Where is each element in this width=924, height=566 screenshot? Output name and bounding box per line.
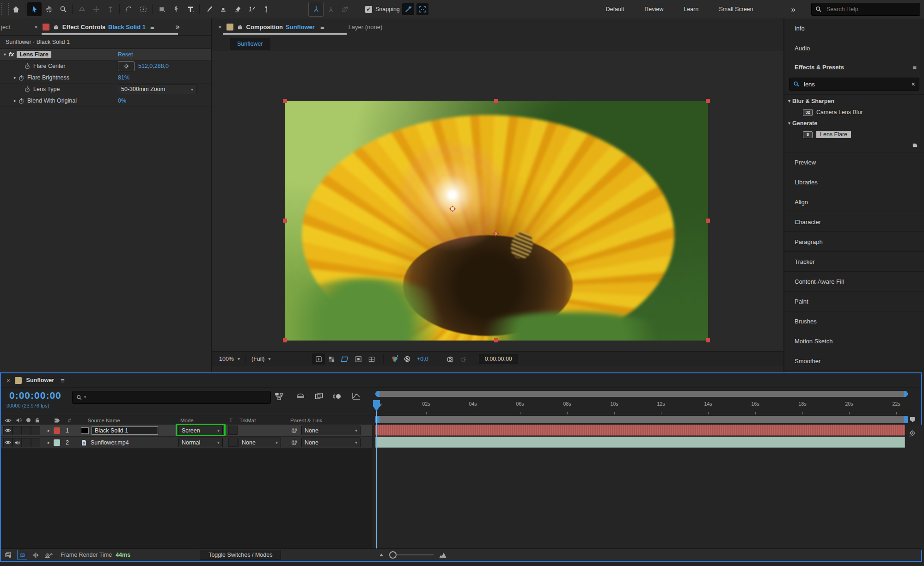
panel-tab-align[interactable]: Align bbox=[784, 192, 924, 212]
current-timecode[interactable]: 0:00:00:00 bbox=[9, 390, 61, 401]
property-label[interactable]: Blend With Original bbox=[27, 97, 77, 104]
layer-list-empty[interactable] bbox=[1, 449, 372, 550]
video-switch[interactable] bbox=[3, 426, 12, 435]
audio-switch[interactable] bbox=[12, 438, 22, 447]
zoom-dropdown[interactable]: 100%▾ bbox=[219, 356, 240, 362]
brush-tool[interactable] bbox=[202, 2, 216, 16]
stopwatch-icon[interactable] bbox=[18, 74, 24, 81]
zoom-in-mountain-icon[interactable] bbox=[438, 552, 447, 558]
comp-button-icon[interactable] bbox=[908, 430, 916, 437]
frame-blending-icon[interactable] bbox=[314, 392, 324, 401]
lock-icon[interactable] bbox=[53, 24, 59, 30]
expand-chevron-icon[interactable]: ▸ bbox=[14, 75, 16, 80]
column-trkmat[interactable]: TrkMat bbox=[239, 418, 256, 423]
view-options-icon[interactable] bbox=[365, 353, 379, 365]
parent-dropdown[interactable]: None▾ bbox=[301, 438, 361, 447]
comp-marker-bin-icon[interactable] bbox=[909, 416, 917, 423]
layer-label-chip[interactable] bbox=[54, 427, 60, 434]
property-label[interactable]: Flare Center bbox=[33, 63, 65, 69]
selection-tool[interactable] bbox=[27, 2, 42, 16]
column-t[interactable]: T bbox=[229, 418, 233, 423]
fast-previews-icon[interactable] bbox=[312, 353, 325, 365]
snap-to-features-button[interactable] bbox=[416, 3, 428, 15]
snap-along-edges-button[interactable] bbox=[402, 3, 414, 15]
effect-reset-button[interactable]: Reset bbox=[118, 51, 133, 58]
close-tab-icon[interactable]: × bbox=[218, 24, 222, 30]
effects-group-generate[interactable]: ▾ Generate bbox=[784, 118, 924, 129]
work-area-end-handle[interactable] bbox=[904, 416, 908, 423]
new-preset-icon[interactable] bbox=[912, 141, 918, 148]
panel-tab-character[interactable]: Character bbox=[784, 212, 924, 232]
zoom-out-mountain-icon[interactable] bbox=[378, 553, 385, 558]
dolly-camera-tool[interactable] bbox=[103, 2, 117, 16]
panel-tab-smoother[interactable]: Smoother bbox=[784, 351, 924, 371]
composition-tab-target[interactable]: Sunflower bbox=[286, 24, 315, 30]
region-of-interest-icon[interactable] bbox=[352, 353, 365, 365]
home-button[interactable] bbox=[9, 2, 23, 16]
panel-tab-libraries[interactable]: Libraries bbox=[784, 172, 924, 192]
timeline-search-box[interactable]: ▾ bbox=[72, 391, 271, 404]
selection-handle[interactable] bbox=[706, 338, 710, 342]
navigator-start-handle[interactable] bbox=[375, 391, 379, 397]
hand-tool[interactable] bbox=[42, 2, 56, 16]
layer-anchor-point[interactable] bbox=[492, 230, 499, 237]
effect-controls-tab-title[interactable]: Effect Controls bbox=[62, 24, 105, 30]
comp-nav-button[interactable]: Sunflower bbox=[230, 38, 270, 50]
effects-search-input[interactable] bbox=[803, 80, 908, 88]
help-search-input[interactable] bbox=[826, 6, 901, 13]
panel-tab-info[interactable]: Info bbox=[784, 18, 924, 38]
workspace-tab-learn[interactable]: Learn bbox=[673, 6, 709, 12]
property-label[interactable]: Flare Brightness bbox=[27, 74, 69, 81]
view-axis-mode-button[interactable] bbox=[338, 2, 352, 16]
toolbar-grip[interactable] bbox=[1, 3, 9, 15]
work-area-bar[interactable] bbox=[375, 416, 908, 423]
property-label[interactable]: Lens Type bbox=[33, 86, 60, 92]
layer-row-2[interactable]: ▸ 2 Sunflower.mp4 Normal▾ None▾ @ None▾ bbox=[1, 437, 372, 449]
effects-search-box[interactable]: × bbox=[789, 78, 919, 91]
layer-label-chip[interactable] bbox=[54, 439, 60, 446]
navigator-end-handle[interactable] bbox=[904, 391, 908, 397]
layer-name[interactable]: Sunflower.mp4 bbox=[91, 439, 151, 446]
workspace-tab-default[interactable]: Default bbox=[596, 6, 635, 12]
effect-item-camera-lens-blur[interactable]: 32 Camera Lens Blur bbox=[784, 107, 924, 118]
stopwatch-icon[interactable] bbox=[18, 97, 24, 104]
collapse-chevron-icon[interactable]: ▾ bbox=[4, 52, 6, 57]
lock-switch[interactable] bbox=[31, 426, 40, 435]
clear-search-icon[interactable]: × bbox=[912, 81, 915, 87]
render-time-pane-icon[interactable] bbox=[44, 551, 53, 559]
selection-handle[interactable] bbox=[494, 338, 498, 342]
mask-visibility-icon[interactable] bbox=[338, 353, 352, 365]
property-value[interactable]: 81% bbox=[118, 74, 129, 81]
panel-menu-icon[interactable]: ≡ bbox=[150, 23, 154, 31]
graph-editor-icon[interactable] bbox=[351, 392, 361, 401]
timeline-tab[interactable]: Sunflower bbox=[26, 377, 54, 383]
panel-overflow-icon[interactable]: » bbox=[176, 23, 180, 30]
solo-switch[interactable] bbox=[22, 438, 31, 447]
eraser-tool[interactable] bbox=[230, 2, 245, 16]
lock-icon[interactable] bbox=[237, 24, 243, 30]
roto-brush-tool[interactable] bbox=[245, 2, 259, 16]
lock-switch[interactable] bbox=[31, 438, 40, 447]
show-snapshot-icon[interactable] bbox=[457, 353, 470, 365]
resolution-dropdown[interactable]: (Full)▾ bbox=[251, 356, 302, 362]
close-tab-icon[interactable]: × bbox=[34, 24, 38, 30]
transfer-controls-pane-icon[interactable] bbox=[17, 550, 27, 560]
panel-tab-preview[interactable]: Preview bbox=[784, 152, 924, 172]
help-search-box[interactable] bbox=[811, 3, 920, 16]
video-switch[interactable] bbox=[3, 438, 12, 447]
show-channel-icon[interactable] bbox=[388, 353, 401, 365]
time-ruler[interactable]: 0s 02s 04s 06s 08s 10s 12s 14s 16s 18s 2… bbox=[373, 397, 910, 415]
exposure-value[interactable]: +0,0 bbox=[417, 356, 428, 362]
panel-menu-icon[interactable]: ≡ bbox=[61, 377, 65, 384]
stopwatch-icon[interactable] bbox=[24, 63, 31, 70]
parent-dropdown[interactable]: None▾ bbox=[301, 426, 361, 435]
type-tool[interactable] bbox=[183, 2, 197, 16]
layer-switches-pane-icon[interactable] bbox=[5, 551, 12, 559]
point-picker-icon[interactable] bbox=[118, 61, 135, 71]
shy-layers-icon[interactable] bbox=[296, 392, 305, 401]
property-value[interactable]: 512,0,288,0 bbox=[138, 63, 169, 69]
layer-tab[interactable]: Layer (none) bbox=[349, 24, 383, 30]
lens-type-dropdown[interactable]: 50-300mm Zoom ▾ bbox=[118, 85, 196, 94]
project-tab[interactable]: ject bbox=[1, 24, 10, 30]
property-value[interactable]: 0% bbox=[118, 97, 126, 104]
